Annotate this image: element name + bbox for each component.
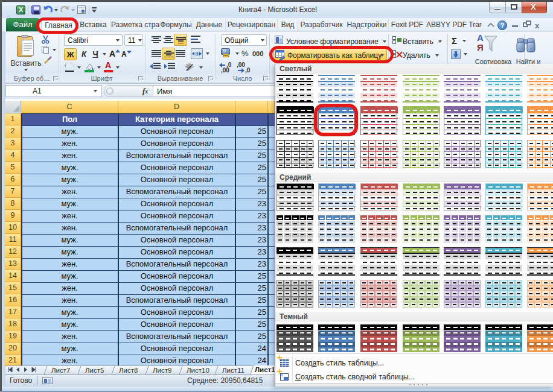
svg-text:ab: ab [185, 63, 191, 69]
